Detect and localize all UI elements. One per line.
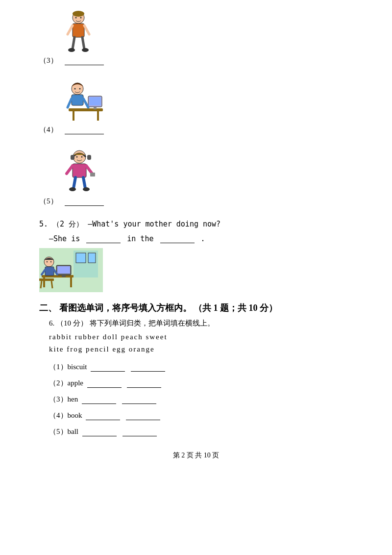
word-list-1: rabbit rubber doll peach sweet — [49, 333, 353, 341]
question-6-block: 6. （10 分） 将下列单词归类，把单词填在横线上。 rabbit rubbe… — [49, 319, 353, 436]
svg-rect-50 — [45, 267, 54, 276]
svg-rect-16 — [94, 107, 97, 109]
figure-4-image — [64, 79, 108, 125]
svg-line-5 — [73, 37, 74, 49]
svg-rect-39 — [88, 253, 96, 263]
svg-point-32 — [69, 187, 76, 191]
q5-in-the: in the — [127, 234, 153, 243]
q5-answer: —She is in the . — [49, 234, 353, 243]
svg-point-1 — [73, 11, 84, 17]
svg-line-6 — [82, 37, 84, 49]
fill-blank-2a — [87, 379, 122, 388]
fill-blank-4b — [126, 411, 160, 420]
svg-line-47 — [41, 281, 42, 288]
q5-period: . — [201, 234, 205, 243]
fill-label-2: （2）apple — [49, 379, 83, 387]
footer-text: 第 2 页 共 10 页 — [173, 452, 220, 459]
svg-rect-18 — [72, 95, 83, 105]
svg-line-27 — [67, 166, 73, 174]
q5-blank2 — [160, 234, 195, 243]
scene-image — [39, 248, 353, 294]
q6-instruction: 将下列单词归类，把单词填在横线上。 — [90, 319, 215, 327]
figure-5-label: （5） — [39, 197, 58, 206]
svg-point-34 — [76, 156, 78, 158]
svg-line-4 — [84, 25, 89, 34]
words-line2: kite frog pencil egg orange — [49, 345, 155, 353]
svg-line-3 — [68, 25, 73, 34]
svg-rect-24 — [71, 155, 74, 160]
svg-rect-11 — [69, 108, 103, 111]
q5-points: （2 分） — [52, 220, 83, 228]
svg-point-22 — [79, 88, 81, 90]
q5-blank1 — [86, 234, 121, 243]
fill-blank-5b — [122, 428, 157, 436]
fill-label-3: （3）hen — [49, 395, 78, 403]
figure-5-block: （5） — [39, 148, 353, 211]
question-5-block: 5. （2 分） —What's your mother doing now? … — [39, 220, 353, 294]
svg-point-21 — [74, 88, 76, 90]
svg-rect-45 — [62, 275, 66, 277]
figure-5-label-line: （5） — [39, 197, 104, 206]
svg-line-30 — [74, 177, 75, 188]
figure-3-block: （3） — [39, 10, 353, 70]
svg-rect-44 — [57, 266, 70, 274]
fill-blank-1b — [131, 363, 165, 372]
fill-label-4: （4）book — [49, 411, 82, 419]
q6-header: 6. （10 分） 将下列单词归类，把单词填在横线上。 — [49, 319, 353, 328]
figure-3-label: （3） — [39, 56, 58, 65]
words-line1: rabbit rubber doll peach sweet — [49, 333, 168, 341]
svg-line-19 — [68, 99, 72, 107]
svg-line-31 — [83, 177, 85, 188]
figure-4-label-line: （4） — [39, 125, 104, 134]
figure-3-label-line: （3） — [39, 56, 104, 65]
q6-number: 6. — [49, 319, 54, 327]
fill-label-1: （1）biscuit — [49, 363, 87, 371]
fill-label-5: （5）ball — [49, 428, 78, 435]
question-5-title: 5. （2 分） —What's your mother doing now? — [39, 220, 353, 229]
figure-3-blank — [65, 56, 104, 65]
svg-line-28 — [86, 166, 92, 174]
section-2-header: 二、 看图选单词，将序号填入方框内。 （共 1 题；共 10 分） — [39, 302, 353, 314]
svg-rect-25 — [87, 155, 91, 160]
svg-rect-26 — [73, 164, 86, 177]
fill-item-3: （3）hen — [49, 395, 353, 404]
svg-point-35 — [81, 156, 83, 158]
fill-blank-3b — [122, 395, 156, 404]
svg-rect-38 — [76, 253, 86, 263]
fill-blank-3a — [82, 395, 116, 404]
svg-point-33 — [83, 187, 90, 191]
svg-rect-29 — [90, 173, 95, 177]
svg-rect-46 — [39, 278, 54, 281]
q5-she-is: —She is — [49, 234, 80, 243]
figure-4-block: （4） — [39, 79, 353, 139]
figure-4-label: （4） — [39, 125, 58, 134]
figure-5-image — [64, 148, 98, 197]
svg-point-8 — [82, 48, 89, 52]
fill-item-2: （2）apple — [49, 378, 353, 388]
svg-point-54 — [50, 261, 51, 262]
figure-3-image — [64, 10, 93, 56]
page-footer: 第 2 页 共 10 页 — [39, 451, 353, 460]
word-list-2: kite frog pencil egg orange — [49, 345, 353, 353]
fill-item-1: （1）biscuit — [49, 362, 353, 372]
svg-point-10 — [80, 17, 82, 19]
svg-line-20 — [83, 99, 88, 107]
q5-number: 5. — [39, 220, 48, 228]
fill-blank-5a — [82, 428, 117, 436]
svg-point-53 — [47, 261, 48, 262]
section-2-title: 二、 看图选单词，将序号填入方框内。 （共 1 题；共 10 分） — [39, 303, 277, 313]
fill-blank-2b — [127, 379, 161, 388]
q6-points: （10 分） — [56, 319, 88, 327]
svg-rect-2 — [73, 24, 84, 37]
svg-point-7 — [68, 48, 75, 52]
fill-item-4: （4）book — [49, 411, 353, 420]
fill-blank-4a — [86, 411, 120, 420]
svg-line-48 — [51, 281, 52, 288]
svg-point-9 — [75, 17, 77, 19]
fill-item-5: （5）ball — [49, 427, 353, 436]
figure-5-blank — [65, 197, 104, 206]
svg-rect-15 — [89, 97, 101, 105]
q5-question: —What's your mother doing now? — [88, 220, 220, 228]
figure-4-blank — [65, 126, 104, 134]
svg-point-23 — [73, 151, 86, 163]
